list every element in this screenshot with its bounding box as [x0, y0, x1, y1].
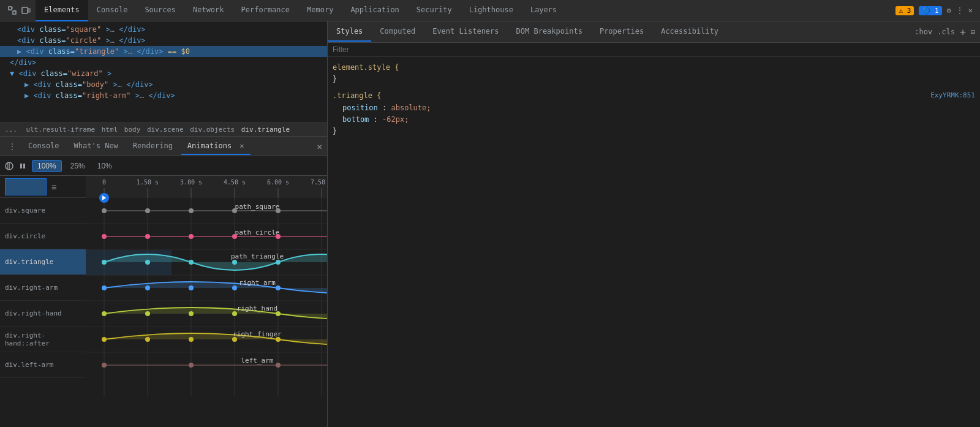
- dom-line[interactable]: <div class="circle" >… </div>: [0, 35, 327, 46]
- breadcrumb-item[interactable]: ult.result-iframe: [26, 126, 96, 134]
- svg-point-129: [276, 260, 281, 265]
- breadcrumb-item[interactable]: html: [102, 126, 118, 134]
- cls-button[interactable]: .cls: [937, 28, 955, 36]
- svg-point-188: [189, 363, 194, 368]
- nav-icons: [2, 6, 36, 15]
- tab-security[interactable]: Security: [408, 0, 461, 21]
- svg-point-142: [189, 285, 194, 290]
- svg-text:0: 0: [102, 179, 106, 186]
- style-tab-event-listeners[interactable]: Event Listeners: [424, 22, 507, 42]
- track-label-div-right-hand[interactable]: div.right-hand: [0, 301, 86, 327]
- error-badge[interactable]: 🔵 1: [919, 6, 941, 15]
- svg-point-173: [189, 337, 194, 342]
- dom-line[interactable]: ▶ <div class="right-arm" >… </div>: [0, 90, 327, 101]
- svg-text:path_circle: path_circle: [235, 229, 280, 236]
- dom-line[interactable]: <div class="square" >… </div>: [0, 24, 327, 35]
- hamburger-icon[interactable]: ≡: [51, 182, 56, 192]
- more-icon[interactable]: ⋮: [956, 6, 963, 15]
- svg-point-187: [102, 363, 107, 368]
- drawer-tab-animations[interactable]: Animations ✕: [181, 138, 251, 155]
- tab-application[interactable]: Application: [342, 0, 407, 21]
- timeline-area: ≡ div.square div.circle div.triangle div…: [0, 176, 327, 396]
- nav-right: ⚠ 3 🔵 1 ⚙ ⋮ ✕: [895, 6, 978, 15]
- hov-button[interactable]: :hov: [914, 28, 932, 36]
- drawer-tab-whats-new[interactable]: What's New: [68, 138, 124, 155]
- track-label-div-circle[interactable]: div.circle: [0, 224, 86, 249]
- track-label-div-right-arm[interactable]: div.right-arm: [0, 275, 86, 301]
- svg-text:6.00 s: 6.00 s: [267, 179, 289, 186]
- speed-10-button[interactable]: 10%: [94, 161, 116, 172]
- svg-text:left_arm: left_arm: [241, 357, 274, 365]
- preview-box: [5, 178, 47, 195]
- svg-point-143: [232, 285, 237, 290]
- left-panel: <div class="square" >… </div> <div class…: [0, 21, 328, 427]
- close-animations-icon[interactable]: ✕: [239, 142, 244, 150]
- style-tab-properties[interactable]: Properties: [591, 22, 652, 42]
- animations-toolbar: 100% 25% 10%: [0, 156, 327, 176]
- settings-icon[interactable]: ⚙: [947, 6, 951, 15]
- svg-rect-9: [20, 164, 22, 168]
- timeline-scroll[interactable]: 0 1.50 s 3.00 s 4.50 s 6.00 s 7.50 s: [86, 176, 327, 396]
- pause-animation-button[interactable]: [18, 162, 27, 170]
- breadcrumb-item[interactable]: body: [124, 126, 141, 134]
- svg-point-172: [145, 337, 150, 342]
- svg-point-156: [102, 311, 107, 316]
- svg-point-126: [145, 260, 150, 265]
- css-source[interactable]: ExyYRMK:851: [930, 90, 975, 102]
- dom-line[interactable]: ▶ <div class="body" >… </div>: [0, 79, 327, 90]
- breadcrumb-item[interactable]: div.objects: [190, 126, 235, 134]
- css-prop-position: position : absolute;: [333, 102, 975, 114]
- tab-sources[interactable]: Sources: [136, 0, 184, 21]
- drawer: ⋮ Console What's New Rendering Animation…: [0, 136, 327, 396]
- breadcrumb-item-active[interactable]: div.triangle: [241, 126, 290, 134]
- timeline-labels: ≡ div.square div.circle div.triangle div…: [0, 176, 86, 396]
- close-devtools-icon[interactable]: ✕: [968, 6, 973, 15]
- device-icon[interactable]: [21, 6, 31, 15]
- breadcrumb-item[interactable]: div.scene: [147, 126, 184, 134]
- track-label-div-left-arm[interactable]: div.left-arm: [0, 352, 86, 378]
- track-label-div-triangle[interactable]: div.triangle: [0, 249, 86, 275]
- svg-point-127: [189, 260, 194, 265]
- drawer-tab-console[interactable]: Console: [22, 138, 66, 155]
- track-label-div-right-hand-after[interactable]: div.right-hand::after: [0, 327, 86, 352]
- tab-memory[interactable]: Memory: [298, 0, 342, 21]
- tab-performance[interactable]: Performance: [233, 0, 298, 21]
- speed-100-button[interactable]: 100%: [32, 160, 62, 172]
- close-drawer-icon[interactable]: ✕: [317, 142, 322, 151]
- track-label-div-square[interactable]: div.square: [0, 198, 86, 224]
- svg-point-106: [189, 234, 194, 239]
- svg-text:right_hand: right_hand: [237, 304, 277, 312]
- tab-elements[interactable]: Elements: [36, 0, 88, 21]
- speed-25-button[interactable]: 25%: [67, 161, 89, 172]
- tab-lighthouse[interactable]: Lighthouse: [461, 0, 522, 21]
- top-nav-bar: Elements Console Sources Network Perform…: [0, 0, 980, 21]
- svg-point-171: [102, 337, 107, 342]
- filter-bar: [328, 43, 980, 57]
- styles-filter-input[interactable]: [333, 45, 975, 54]
- tab-console[interactable]: Console: [88, 0, 137, 21]
- breadcrumb: ... ult.result-iframe html body div.scen…: [0, 123, 327, 136]
- style-tab-accessibility[interactable]: Accessibility: [652, 22, 727, 42]
- style-tab-dom-breakpoints[interactable]: DOM Breakpoints: [508, 22, 591, 42]
- svg-point-88: [276, 208, 281, 213]
- dom-line-selected[interactable]: ▶ <div class="triangle" >… </div> == $0: [0, 46, 327, 57]
- dom-line[interactable]: ▼ <div class="wizard" >: [0, 68, 327, 79]
- style-tab-styles[interactable]: Styles: [328, 22, 371, 42]
- inspect-icon[interactable]: [7, 6, 17, 15]
- svg-text:3.00 s: 3.00 s: [180, 179, 202, 186]
- svg-point-189: [276, 363, 281, 368]
- stop-animation-button[interactable]: [5, 162, 13, 170]
- style-tab-computed[interactable]: Computed: [371, 22, 424, 42]
- add-style-rule-button[interactable]: +: [960, 26, 966, 38]
- tab-network[interactable]: Network: [184, 0, 233, 21]
- breadcrumb-item[interactable]: ...: [5, 126, 17, 134]
- tab-layers[interactable]: Layers: [522, 0, 565, 21]
- drawer-menu-icon[interactable]: ⋮: [5, 142, 20, 151]
- svg-point-84: [102, 208, 107, 213]
- timeline-header-labels: ≡: [0, 176, 86, 198]
- styles-content: element.style { } .triangle { ExyYRMK:85…: [328, 57, 980, 147]
- toggle-sidebar-icon[interactable]: ⊟: [971, 28, 975, 36]
- warning-badge[interactable]: ⚠ 3: [895, 6, 914, 15]
- svg-point-105: [145, 234, 150, 239]
- drawer-tab-rendering[interactable]: Rendering: [127, 138, 179, 155]
